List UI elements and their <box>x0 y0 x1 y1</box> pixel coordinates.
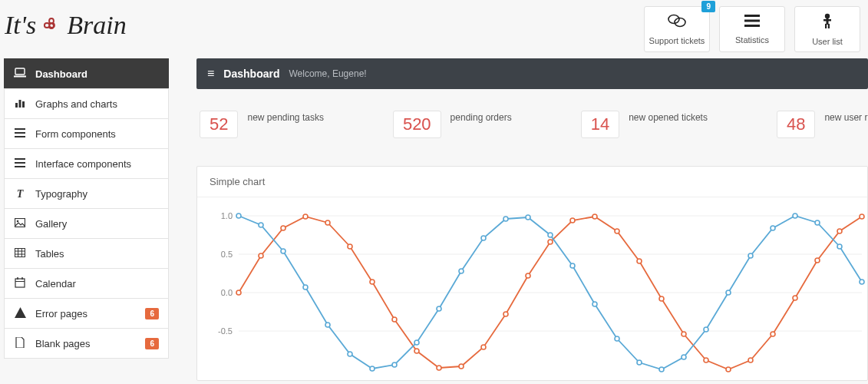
sidebar-item-blank-pages[interactable]: Blank pages6 <box>4 328 169 359</box>
svg-text:0.5: 0.5 <box>221 250 233 259</box>
grid-icon <box>14 157 26 170</box>
svg-rect-21 <box>15 219 25 227</box>
sidebar-item-tables[interactable]: Tables <box>4 238 169 269</box>
svg-point-84 <box>570 263 575 268</box>
svg-point-79 <box>459 269 464 273</box>
sidebar-item-label: Interface components <box>35 158 131 170</box>
stat-label: pending orders <box>451 111 512 123</box>
chart-card: Simple chart -0.50.00.51.0 <box>196 166 868 381</box>
svg-point-54 <box>548 240 553 244</box>
sidebar-item-interface-components[interactable]: Interface components <box>4 148 169 179</box>
calendar-icon <box>14 277 26 290</box>
svg-rect-12 <box>15 103 18 108</box>
svg-point-85 <box>592 302 597 306</box>
header-button-support-tickets[interactable]: Support tickets9 <box>644 6 710 52</box>
sidebar-item-label: Blank pages <box>35 338 91 349</box>
svg-rect-16 <box>15 132 25 134</box>
sidebar-item-label: Dashboard <box>35 68 87 80</box>
svg-rect-19 <box>15 162 25 164</box>
svg-rect-28 <box>15 279 25 287</box>
header-button-badge: 9 <box>701 1 715 12</box>
svg-point-90 <box>704 327 708 332</box>
svg-rect-8 <box>825 24 827 28</box>
svg-point-81 <box>503 217 508 221</box>
svg-point-49 <box>437 366 441 370</box>
svg-point-50 <box>459 364 464 369</box>
svg-point-42 <box>281 226 285 230</box>
logo[interactable]: It's Brain <box>5 6 127 40</box>
svg-point-62 <box>726 367 731 372</box>
svg-point-47 <box>392 317 397 322</box>
svg-point-55 <box>570 218 575 223</box>
svg-rect-13 <box>19 100 21 108</box>
sidebar-item-calendar[interactable]: Calendar <box>4 268 169 299</box>
logo-part2: Brain <box>67 11 126 40</box>
svg-rect-10 <box>15 68 25 74</box>
stat-label: new pending tasks <box>247 111 323 123</box>
svg-point-66 <box>815 258 820 263</box>
svg-point-45 <box>348 244 352 249</box>
svg-point-65 <box>793 296 797 300</box>
svg-point-64 <box>771 332 775 336</box>
svg-point-70 <box>259 223 263 227</box>
sidebar-item-label: Tables <box>35 248 64 260</box>
svg-point-5 <box>825 14 830 18</box>
sidebar-item-label: Graphs and charts <box>35 98 117 110</box>
sidebar-item-badge: 6 <box>145 338 159 349</box>
svg-rect-23 <box>15 249 25 257</box>
svg-rect-11 <box>14 75 26 77</box>
svg-point-52 <box>503 312 508 316</box>
svg-point-71 <box>281 249 285 253</box>
svg-rect-14 <box>22 101 25 108</box>
sidebar-item-dashboard[interactable]: Dashboard <box>4 58 169 89</box>
logo-knot-icon <box>41 15 62 36</box>
page-subtitle: Welcome, Eugene! <box>289 68 366 79</box>
svg-text:-0.5: -0.5 <box>218 326 233 336</box>
stat-value: 520 <box>393 111 441 138</box>
svg-point-63 <box>748 358 753 362</box>
stat-new-pending-tasks: 52new pending tasks <box>200 111 324 138</box>
svg-rect-9 <box>828 24 830 28</box>
header-button-statistics[interactable]: Statistics <box>719 6 785 52</box>
svg-point-82 <box>526 215 530 220</box>
svg-point-53 <box>526 273 530 278</box>
stat-new-opened-tickets: 14new opened tickets <box>581 111 708 138</box>
svg-point-89 <box>682 355 686 359</box>
svg-rect-18 <box>15 158 25 160</box>
svg-point-94 <box>793 214 797 218</box>
svg-point-73 <box>325 323 330 327</box>
svg-rect-20 <box>15 166 25 167</box>
svg-point-51 <box>481 345 486 349</box>
svg-point-80 <box>481 236 486 240</box>
svg-rect-15 <box>15 128 25 130</box>
svg-point-40 <box>236 290 241 295</box>
menu-icon[interactable]: ≡ <box>207 67 214 81</box>
sidebar-item-form-components[interactable]: Form components <box>4 118 169 149</box>
svg-rect-17 <box>15 136 25 137</box>
type-icon: T <box>14 187 26 200</box>
sidebar-item-error-pages[interactable]: Error pages6 <box>4 298 169 329</box>
header-button-user-list[interactable]: User list <box>794 6 860 52</box>
stat-value: 52 <box>200 111 238 138</box>
svg-point-56 <box>592 214 597 219</box>
svg-point-97 <box>860 280 864 284</box>
svg-point-75 <box>370 366 375 371</box>
svg-point-22 <box>17 220 19 223</box>
stat-value: 48 <box>777 111 815 138</box>
sidebar-item-graphs-and-charts[interactable]: Graphs and charts <box>4 88 169 119</box>
svg-text:0.0: 0.0 <box>221 288 233 297</box>
sidebar-item-label: Gallery <box>35 218 67 230</box>
breadcrumb-bar: ≡ Dashboard Welcome, Eugene! <box>196 58 868 89</box>
svg-rect-7 <box>823 19 831 22</box>
header-button-label: User list <box>812 37 843 46</box>
sidebar-item-gallery[interactable]: Gallery <box>4 208 169 239</box>
laptop-icon <box>14 68 26 81</box>
sidebar-item-badge: 6 <box>145 308 159 319</box>
sidebar-item-typography[interactable]: TTypography <box>4 178 169 209</box>
svg-point-1 <box>675 18 685 27</box>
svg-point-69 <box>236 214 241 218</box>
svg-rect-2 <box>744 15 760 17</box>
svg-text:1.0: 1.0 <box>221 211 233 220</box>
header-button-label: Statistics <box>735 35 769 45</box>
stat-pending-orders: 520pending orders <box>393 111 512 138</box>
